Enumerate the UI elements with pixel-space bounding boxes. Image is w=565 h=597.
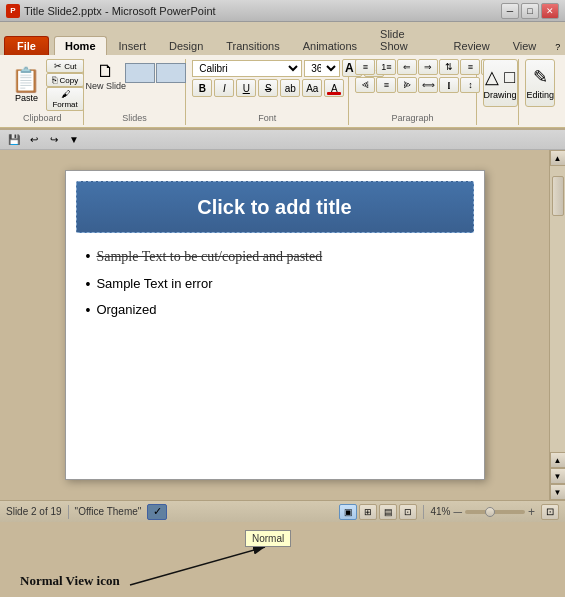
scroll-next-button[interactable]: ▼ xyxy=(550,468,566,484)
strikethrough-button[interactable]: S xyxy=(258,79,278,97)
save-button[interactable]: 💾 xyxy=(6,132,22,148)
decrease-indent-button[interactable]: ⇐ xyxy=(397,59,417,75)
normal-view-button[interactable]: ▣ xyxy=(339,504,357,520)
scroll-prev-button[interactable]: ▲ xyxy=(550,452,566,468)
tab-animations[interactable]: Animations xyxy=(292,36,368,55)
paste-label: Paste xyxy=(15,93,38,103)
cut-button[interactable]: ✂ Cut xyxy=(46,59,84,73)
font-name-select[interactable]: Calibri xyxy=(192,60,302,77)
bullet-3: • Organized xyxy=(86,301,464,319)
undo-button[interactable]: ↩ xyxy=(26,132,42,148)
scroll-up-button[interactable]: ▲ xyxy=(550,150,566,166)
editing-icon: ✎ xyxy=(533,66,548,88)
slide-thumbnail-1 xyxy=(125,63,155,83)
slideshow-button[interactable]: ⊡ xyxy=(399,504,417,520)
align-left-button[interactable]: ⫷ xyxy=(355,77,375,93)
align-right-button[interactable]: ⫸ xyxy=(397,77,417,93)
font-color-button[interactable]: A xyxy=(324,79,344,97)
underline-button[interactable]: U xyxy=(236,79,256,97)
paste-button[interactable]: 📋 Paste xyxy=(8,59,45,111)
bullet-dot-3: • xyxy=(86,301,91,319)
slide-canvas[interactable]: Click to add title • Sample Text to be c… xyxy=(65,170,485,480)
fit-slide-button[interactable]: ⊡ xyxy=(541,504,559,520)
maximize-button[interactable]: □ xyxy=(521,3,539,19)
text-shadow-button[interactable]: ab xyxy=(280,79,300,97)
tab-home[interactable]: Home xyxy=(54,36,107,55)
annotation-label: Normal View icon xyxy=(20,573,120,589)
tab-transitions[interactable]: Transitions xyxy=(215,36,290,55)
svg-line-1 xyxy=(130,547,265,585)
clip-small-buttons: ✂ Cut ⎘ Copy 🖌 Format xyxy=(46,59,84,111)
reading-view-button[interactable]: ▤ xyxy=(379,504,397,520)
minimize-button[interactable]: ─ xyxy=(501,3,519,19)
bold-button[interactable]: B xyxy=(192,79,212,97)
paste-icon: 📋 xyxy=(11,68,41,92)
zoom-slider[interactable] xyxy=(465,510,525,514)
columns-button[interactable]: ⫿ xyxy=(439,77,459,93)
slide-title-text: Click to add title xyxy=(197,196,351,219)
tab-bar: File Home Insert Design Transitions Anim… xyxy=(0,22,565,55)
clipboard-group: 📋 Paste ✂ Cut ⎘ Copy 🖌 Format Clipboard xyxy=(4,59,84,125)
numbering-button[interactable]: 1≡ xyxy=(376,59,396,75)
slide-area: Click to add title • Sample Text to be c… xyxy=(0,150,549,500)
close-button[interactable]: ✕ xyxy=(541,3,559,19)
change-case-button[interactable]: Aa xyxy=(302,79,322,97)
format-painter-button[interactable]: 🖌 Format xyxy=(46,87,84,111)
spellcheck-button[interactable]: ✓ xyxy=(147,504,167,520)
font-size-select[interactable]: 36 xyxy=(304,60,340,77)
scroll-track xyxy=(550,166,565,452)
drawing-button[interactable]: △ □ Drawing xyxy=(483,59,518,107)
editing-button[interactable]: ✎ Editing xyxy=(525,59,555,107)
theme-info: "Office Theme" xyxy=(75,506,142,517)
line-spacing-button[interactable]: ↕ xyxy=(460,77,480,93)
bullet-text-1: Sample Text to be cut/copied and pasted xyxy=(96,247,322,267)
slide-sorter-button[interactable]: ⊞ xyxy=(359,504,377,520)
ribbon-help-button[interactable]: ? xyxy=(550,39,565,55)
customize-quick-access-button[interactable]: ▼ xyxy=(66,132,82,148)
tab-design[interactable]: Design xyxy=(158,36,214,55)
tab-slideshow[interactable]: Slide Show xyxy=(369,24,442,55)
tab-file[interactable]: File xyxy=(4,36,49,55)
italic-button[interactable]: I xyxy=(214,79,234,97)
vertical-scrollbar[interactable]: ▲ ▲ ▼ ▼ xyxy=(549,150,565,500)
tab-insert[interactable]: Insert xyxy=(108,36,158,55)
zoom-plus-button[interactable]: + xyxy=(528,505,535,519)
slide-title-placeholder[interactable]: Click to add title xyxy=(76,181,474,233)
app-icon: P xyxy=(6,4,20,18)
zoom-slider-thumb[interactable] xyxy=(485,507,495,517)
justify-button[interactable]: ⟺ xyxy=(418,77,438,93)
new-slide-button[interactable]: 🗋 New Slide xyxy=(90,59,122,94)
align-text-button[interactable]: ≡ xyxy=(460,59,480,75)
drawing-group-content: △ □ Drawing xyxy=(483,59,513,123)
slides-group: 🗋 New Slide Slides xyxy=(86,59,187,125)
slides-group-content: 🗋 New Slide xyxy=(90,59,180,111)
window-controls[interactable]: ─ □ ✕ xyxy=(501,3,559,19)
bullet-dot-2: • xyxy=(86,275,91,293)
bullet-dot-1: • xyxy=(86,247,91,265)
editing-group-content: ✎ Editing xyxy=(525,59,555,123)
tab-view[interactable]: View xyxy=(502,36,548,55)
scroll-thumb[interactable] xyxy=(552,176,564,216)
copy-button[interactable]: ⎘ Copy xyxy=(46,73,84,87)
scroll-down-button[interactable]: ▼ xyxy=(550,484,566,500)
increase-indent-button[interactable]: ⇒ xyxy=(418,59,438,75)
redo-button[interactable]: ↪ xyxy=(46,132,62,148)
bullet-text-3: Organized xyxy=(96,301,156,319)
title-bar: P Title Slide2.pptx - Microsoft PowerPoi… xyxy=(0,0,565,22)
paragraph-label: Paragraph xyxy=(355,113,469,123)
zoom-minus-button[interactable]: ─ xyxy=(453,505,462,519)
text-direction-button[interactable]: ⇅ xyxy=(439,59,459,75)
bullet-text-2: Sample Text in error xyxy=(96,275,212,293)
editing-label: Editing xyxy=(526,90,554,100)
new-slide-icon: 🗋 xyxy=(97,62,115,80)
tab-review[interactable]: Review xyxy=(443,36,501,55)
bullets-button[interactable]: ≡ xyxy=(355,59,375,75)
slide-content: • Sample Text to be cut/copied and paste… xyxy=(66,233,484,341)
view-buttons: ▣ ⊞ ▤ ⊡ xyxy=(339,504,417,520)
drawing-icon: △ □ xyxy=(485,66,515,88)
drawing-group: △ □ Drawing xyxy=(479,59,520,125)
font-group: Calibri 36 A↑ a↓ B I U S ab A xyxy=(188,59,349,125)
align-center-button[interactable]: ≡ xyxy=(376,77,396,93)
font-group-content: Calibri 36 A↑ a↓ B I U S ab A xyxy=(192,59,342,111)
ribbon-content: 📋 Paste ✂ Cut ⎘ Copy 🖌 Format Clipboard … xyxy=(0,55,565,128)
